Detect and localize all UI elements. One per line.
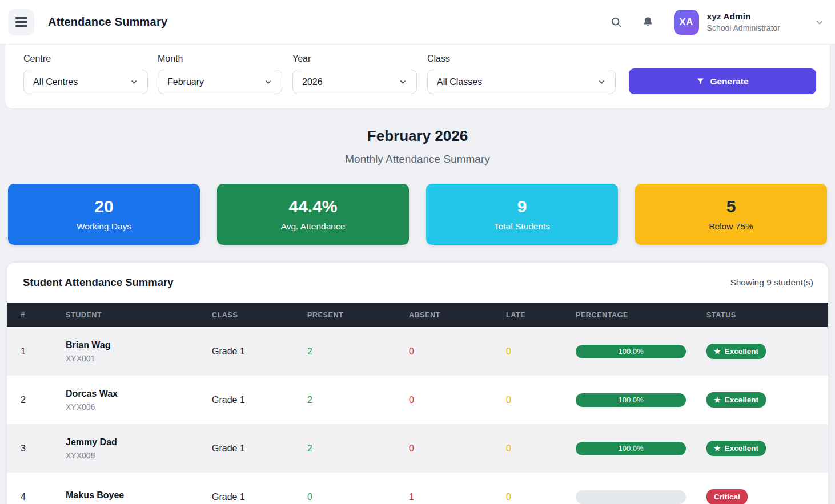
stat-card-working-days: 20 Working Days xyxy=(8,184,200,245)
row-index: 2 xyxy=(21,395,66,405)
hamburger-menu-button[interactable] xyxy=(8,9,34,35)
student-attendance-table: Student Attendance Summary Showing 9 stu… xyxy=(7,263,828,504)
class-field: Class All Classes xyxy=(427,54,616,94)
status-badge: ★ Excellent xyxy=(706,344,766,359)
row-index: 4 xyxy=(21,492,66,502)
class-select[interactable]: All Classes xyxy=(427,70,616,94)
absent-count: 0 xyxy=(409,346,506,357)
centre-label: Centre xyxy=(23,54,148,64)
absent-count: 0 xyxy=(409,395,506,405)
stat-value: 44.4% xyxy=(288,197,337,216)
table-row[interactable]: 2 Dorcas Wax XYX006 Grade 1 2 0 0 100.0%… xyxy=(7,376,828,424)
avatar[interactable]: XA xyxy=(674,10,699,35)
status-label: Critical xyxy=(714,493,740,501)
percentage-bar xyxy=(576,490,686,504)
percentage-bar: 100.0% xyxy=(576,393,686,407)
table-title: Student Attendance Summary xyxy=(23,276,174,289)
user-meta: xyz Admin School Administrator xyxy=(707,11,780,34)
column-header-percentage: PERCENTAGE xyxy=(576,311,706,319)
table-row[interactable]: 1 Brian Wag XYX001 Grade 1 2 0 0 100.0% … xyxy=(7,327,828,376)
present-count: 2 xyxy=(307,443,409,454)
column-header-absent: ABSENT xyxy=(409,311,506,319)
stat-label: Total Students xyxy=(494,221,550,232)
status-badge: Critical xyxy=(706,489,748,504)
column-header-present: PRESENT xyxy=(307,311,409,319)
column-header-index: # xyxy=(21,311,66,319)
class-cell: Grade 1 xyxy=(212,492,307,502)
student-cell: Brian Wag XYX001 xyxy=(66,340,212,363)
present-count: 2 xyxy=(307,395,409,405)
class-cell: Grade 1 xyxy=(212,395,307,405)
stat-cards: 20 Working Days 44.4% Avg. Attendance 9 … xyxy=(8,184,827,245)
percentage-cell xyxy=(576,490,706,504)
status-cell: Critical xyxy=(706,489,828,504)
row-index: 3 xyxy=(21,443,66,454)
summary-heading: February 2026 Monthly Attendance Summary xyxy=(0,127,835,166)
student-cell: Jemmy Dad XYX008 xyxy=(66,437,212,460)
month-field: Month February xyxy=(158,54,282,94)
stat-card-total-students: 9 Total Students xyxy=(426,184,618,245)
student-cell: Makus Boyee xyxy=(66,490,212,504)
late-count: 0 xyxy=(506,395,576,405)
status-label: Excellent xyxy=(725,444,758,453)
column-header-status: STATUS xyxy=(706,311,828,319)
percentage-bar: 100.0% xyxy=(576,345,686,358)
bell-icon[interactable] xyxy=(639,13,658,32)
summary-subtitle: Monthly Attendance Summary xyxy=(0,153,835,166)
year-select[interactable]: 2026 xyxy=(292,70,417,94)
student-id: XYX006 xyxy=(66,402,212,412)
absent-count: 1 xyxy=(409,492,506,502)
centre-field: Centre All Centres xyxy=(23,54,148,94)
top-bar: Attendance Summary XA xyz Admin School A… xyxy=(0,0,835,45)
generate-button[interactable]: Generate xyxy=(629,68,816,94)
year-field: Year 2026 xyxy=(292,54,417,94)
student-id: XYX001 xyxy=(66,354,212,363)
table-row[interactable]: 4 Makus Boyee Grade 1 0 1 0 Critical xyxy=(7,473,828,504)
student-name: Brian Wag xyxy=(66,340,212,350)
year-select-value: 2026 xyxy=(302,77,323,87)
search-icon[interactable] xyxy=(607,13,626,32)
year-label: Year xyxy=(292,54,417,64)
student-name: Jemmy Dad xyxy=(66,437,212,447)
star-icon: ★ xyxy=(714,348,721,355)
filter-funnel-icon xyxy=(696,77,705,86)
page-title: Attendance Summary xyxy=(48,15,167,29)
chevron-down-icon xyxy=(399,78,407,86)
stat-value: 20 xyxy=(94,197,113,216)
chevron-down-icon[interactable] xyxy=(814,17,825,27)
centre-select-value: All Centres xyxy=(33,77,78,87)
present-count: 0 xyxy=(307,492,409,502)
percentage-cell: 100.0% xyxy=(576,393,706,407)
chevron-down-icon xyxy=(130,78,138,86)
row-index: 1 xyxy=(21,346,66,357)
status-cell: ★ Excellent xyxy=(706,344,828,359)
student-name: Dorcas Wax xyxy=(66,389,212,399)
filter-bar: Centre All Centres Month February Year 2… xyxy=(5,45,830,109)
late-count: 0 xyxy=(506,443,576,454)
absent-count: 0 xyxy=(409,443,506,454)
class-cell: Grade 1 xyxy=(212,443,307,454)
summary-title: February 2026 xyxy=(0,127,835,145)
status-badge: ★ Excellent xyxy=(706,392,766,408)
stat-value: 9 xyxy=(517,197,527,216)
month-select-value: February xyxy=(167,77,204,87)
table-title-row: Student Attendance Summary Showing 9 stu… xyxy=(7,263,828,303)
month-select[interactable]: February xyxy=(158,70,282,94)
table-row[interactable]: 3 Jemmy Dad XYX008 Grade 1 2 0 0 100.0% … xyxy=(7,424,828,473)
status-label: Excellent xyxy=(725,347,758,356)
chevron-down-icon xyxy=(597,78,606,86)
table-header-row: # STUDENT CLASS PRESENT ABSENT LATE PERC… xyxy=(7,303,828,327)
percentage-cell: 100.0% xyxy=(576,442,706,455)
student-id: XYX008 xyxy=(66,451,212,460)
class-label: Class xyxy=(427,54,616,64)
percentage-bar: 100.0% xyxy=(576,442,686,455)
late-count: 0 xyxy=(506,492,576,502)
user-role: School Administrator xyxy=(707,23,780,34)
column-header-late: LATE xyxy=(506,311,576,319)
centre-select[interactable]: All Centres xyxy=(23,70,148,94)
star-icon: ★ xyxy=(714,396,721,404)
status-cell: ★ Excellent xyxy=(706,392,828,408)
late-count: 0 xyxy=(506,346,576,357)
star-icon: ★ xyxy=(714,445,721,452)
stat-label: Below 75% xyxy=(709,221,753,232)
